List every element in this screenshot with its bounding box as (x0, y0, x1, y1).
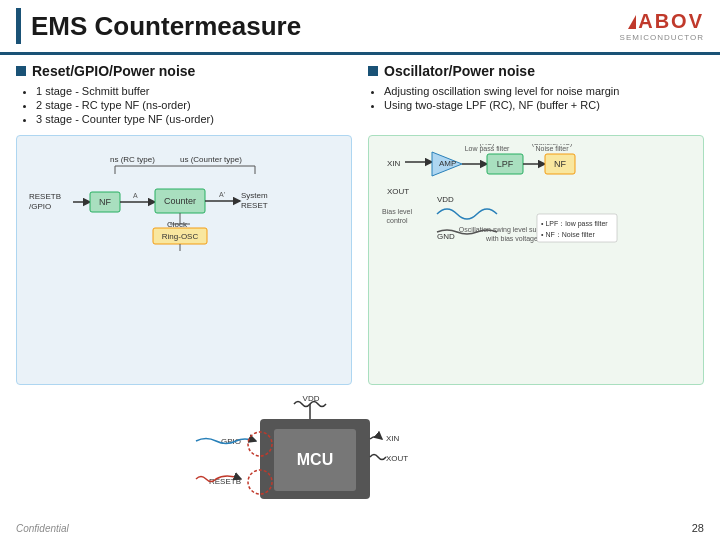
right-bullet-list: Adjusting oscillation swing level for no… (368, 85, 704, 111)
left-bullet-3: 3 stage - Counter type NF (us-order) (36, 113, 352, 125)
right-bullets-area: Adjusting oscillation swing level for no… (368, 85, 704, 131)
bottom-mcu-area: VDD MCU GPIO XIN XOUT RESETB (16, 389, 704, 529)
legend-nf: • NF：Noise filter (541, 231, 595, 238)
lpf-box-label: LPF (497, 159, 514, 169)
main-content: Reset/GPIO/Power noise Oscillator/Power … (0, 55, 720, 537)
ns-label: ns (RC type) (110, 155, 155, 164)
left-bullet-1: 1 stage - Schmitt buffer (36, 85, 352, 97)
counter-box-label: Counter (164, 196, 196, 206)
us-label: us (Counter type) (180, 155, 242, 164)
right-panel: XIN AMP LPF NF Low pas (368, 135, 704, 385)
section-headers-row: Reset/GPIO/Power noise Oscillator/Power … (16, 63, 704, 79)
gnd-label-diag: GND (437, 232, 455, 241)
left-bullet-box (16, 66, 26, 76)
logo-text: ABOV (638, 10, 704, 33)
nf-box-label: NF (99, 197, 111, 207)
amp-label: AMP (439, 159, 456, 168)
gpio-label: GPIO (221, 437, 241, 446)
left-diagram: ns (RC type) us (Counter type) RESETB /G… (16, 135, 352, 385)
ring-osc-label: Ring-OSC (162, 232, 199, 241)
right-diagram: XIN AMP LPF NF Low pas (368, 135, 704, 385)
xout-right-label: XOUT (386, 454, 408, 463)
noise-filter-label: Noise filter (535, 145, 569, 152)
footer: Confidential 28 (16, 522, 704, 534)
header: EMS Countermeasure ABOV SEMICONDUCTOR (0, 0, 720, 55)
left-bullet-list: 1 stage - Schmitt buffer 2 stage - RC ty… (16, 85, 352, 125)
mcu-label: MCU (297, 451, 333, 468)
xin-label: XIN (387, 159, 401, 168)
logo-subtitle: SEMICONDUCTOR (620, 33, 704, 42)
svg-text:A': A' (219, 191, 225, 198)
vdd-label-diag: VDD (437, 195, 454, 204)
svg-text:control: control (386, 217, 407, 224)
logo: ABOV SEMICONDUCTOR (620, 10, 704, 42)
left-bullets-area: 1 stage - Schmitt buffer 2 stage - RC ty… (16, 85, 352, 131)
resetb-gpio-label: RESETB (29, 192, 61, 201)
confidential-label: Confidential (16, 523, 69, 534)
left-section-title: Reset/GPIO/Power noise (32, 63, 195, 79)
header-accent-bar (16, 8, 21, 44)
svg-text:/GPIO: /GPIO (29, 202, 51, 211)
svg-text:RESET: RESET (241, 201, 268, 210)
bottom-svg: VDD MCU GPIO XIN XOUT RESETB (16, 389, 704, 529)
right-diagram-svg: XIN AMP LPF NF Low pas (377, 144, 695, 376)
legend-lpf: • LPF：low pass filter (541, 220, 608, 228)
left-diagram-svg: ns (RC type) us (Counter type) RESETB /G… (25, 144, 343, 376)
right-section-header: Oscillator/Power noise (368, 63, 704, 79)
right-bullet-box (368, 66, 378, 76)
left-panel: ns (RC type) us (Counter type) RESETB /G… (16, 135, 352, 385)
left-section-header: Reset/GPIO/Power noise (16, 63, 352, 79)
nf-right-label: NF (554, 159, 566, 169)
vdd-top-label: VDD (303, 394, 320, 403)
xin-right-label: XIN (386, 434, 400, 443)
low-pass-filter-label: Low pass filter (465, 145, 510, 153)
page-number: 28 (692, 522, 704, 534)
system-reset-label: System (241, 191, 268, 200)
svg-text:with bias voltage: with bias voltage (485, 235, 538, 243)
xout-label: XOUT (387, 187, 409, 196)
left-bullet-2: 2 stage - RC type NF (ns-order) (36, 99, 352, 111)
logo-triangle-icon (628, 15, 636, 29)
page-title: EMS Countermeasure (31, 11, 620, 42)
right-bullet-2: Using two-stage LPF (RC), NF (buffer + R… (384, 99, 704, 111)
bias-label: Bias level (382, 208, 412, 215)
diagrams-row: ns (RC type) us (Counter type) RESETB /G… (16, 135, 704, 385)
bullets-row: 1 stage - Schmitt buffer 2 stage - RC ty… (16, 85, 704, 131)
svg-text:A: A (133, 192, 138, 199)
right-bullet-1: Adjusting oscillation swing level for no… (384, 85, 704, 97)
right-section-title: Oscillator/Power noise (384, 63, 535, 79)
